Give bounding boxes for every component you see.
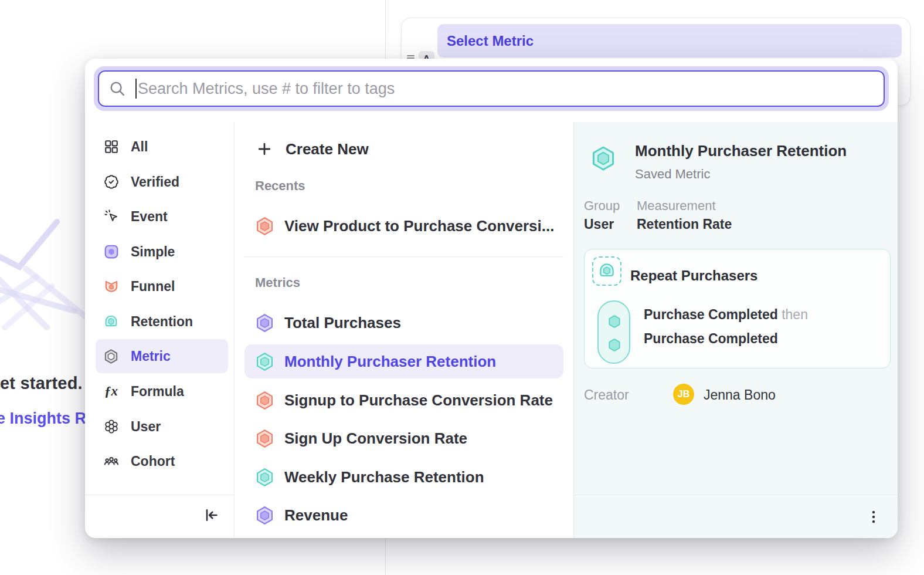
select-metric-button[interactable]: Select Metric (437, 24, 902, 58)
funnel-steps-capsule (597, 300, 630, 364)
page: et started. e Insights Re A Select Metri… (0, 0, 924, 575)
sidebar-item-label: Simple (131, 244, 175, 260)
cohort-icon (103, 454, 119, 469)
sidebar-item-funnel[interactable]: Funnel (96, 269, 228, 303)
metric-row[interactable]: Sign Up Conversion Rate (244, 421, 563, 455)
funnel-metric-icon (255, 217, 274, 236)
recents-heading: Recents (255, 178, 305, 194)
modal-body: All Verified (85, 122, 898, 538)
background-heading: et started. (0, 374, 83, 393)
metric-row-label: Weekly Purchase Retention (284, 468, 484, 486)
metric-icon (255, 429, 274, 448)
metric-row[interactable]: Revenue (244, 498, 563, 532)
collapse-sidebar-button[interactable] (198, 503, 224, 527)
saved-metric-icon (590, 146, 616, 171)
sidebar-item-cohort[interactable]: Cohort (96, 444, 228, 478)
metric-row[interactable]: Weekly Purchase Retention (244, 460, 563, 494)
cursor-click-icon (103, 209, 119, 225)
grid-icon (103, 139, 119, 155)
step-hexagon-icon (607, 337, 622, 353)
create-new-button[interactable]: Create New (244, 133, 563, 165)
metric-row-label: Monthly Purchaser Retention (284, 353, 496, 371)
metrics-heading: Metrics (255, 275, 300, 290)
text-caret (135, 79, 137, 99)
list-divider (244, 256, 563, 257)
step-hexagon-icon (607, 314, 622, 329)
recent-item-label: View Product to Purchase Conversi... (284, 217, 554, 235)
sidebar-item-label: Retention (131, 314, 193, 330)
collapse-left-icon (203, 507, 219, 523)
search-placeholder: Search Metrics, use # to filter to tags (138, 80, 395, 98)
sidebar-item-verified[interactable]: Verified (96, 165, 228, 199)
formula-icon: ƒx (103, 384, 119, 400)
measurement-label: Measurement (637, 198, 716, 214)
metric-icon (255, 468, 274, 487)
measurement-value: Retention Rate (637, 217, 732, 232)
sidebar-item-event[interactable]: Event (96, 199, 228, 234)
definition-step-2: Purchase Completed (644, 331, 778, 347)
detail-bottom-divider (574, 495, 898, 495)
plus-icon (256, 141, 273, 157)
verified-badge-icon (103, 174, 119, 190)
sidebar-item-user[interactable]: User (96, 410, 228, 444)
sidebar-item-label: Funnel (131, 279, 175, 295)
creator-avatar: JB (673, 384, 694, 405)
metric-picker-modal: Search Metrics, use # to filter to tags … (85, 59, 898, 538)
metric-icon (255, 391, 274, 410)
sidebar-item-label: All (131, 139, 148, 155)
kebab-menu-icon (867, 509, 881, 525)
metric-icon (255, 506, 274, 525)
metric-list: Create New Recents View Product to Purch… (235, 122, 573, 538)
step-connector: then (782, 307, 808, 322)
select-metric-label: Select Metric (447, 33, 534, 49)
metric-icon (255, 313, 274, 333)
filter-sidebar: All Verified (85, 122, 235, 538)
funnel-icon (103, 279, 119, 295)
metric-row-label: Revenue (284, 506, 348, 525)
definition-card: Repeat Purchasers Purchase Completed the… (584, 249, 891, 368)
sidebar-item-label: Event (131, 209, 168, 225)
detail-subtitle: Saved Metric (635, 167, 710, 182)
repeat-purchasers-icon (592, 256, 621, 286)
sidebar-item-label: Formula (131, 384, 184, 400)
sidebar-item-retention[interactable]: Retention (96, 305, 228, 339)
group-value: User (584, 217, 614, 232)
sidebar-bottom-divider (85, 495, 234, 495)
user-cluster-icon (103, 419, 119, 435)
retention-icon (103, 314, 119, 330)
metric-row[interactable]: Total Purchases (244, 306, 563, 340)
group-label: Group (584, 198, 620, 214)
creator-label: Creator (584, 387, 629, 403)
metric-hexagon-icon (103, 349, 119, 364)
search-focus-ring: Search Metrics, use # to filter to tags (94, 66, 889, 111)
search-input[interactable]: Search Metrics, use # to filter to tags (98, 70, 885, 107)
simple-metric-icon (103, 244, 119, 260)
sidebar-item-label: Verified (131, 174, 179, 190)
detail-title: Monthly Purchaser Retention (635, 142, 847, 160)
metric-row-label: Sign Up Conversion Rate (284, 429, 467, 448)
metric-row-label: Signup to Purchase Conversion Rate (284, 391, 553, 410)
definition-step-1: Purchase Completed then (644, 307, 808, 323)
create-new-label: Create New (286, 140, 369, 158)
sidebar-item-metric[interactable]: Metric (96, 339, 228, 373)
sidebar-item-label: Cohort (131, 454, 175, 469)
more-options-button[interactable] (864, 507, 883, 527)
recent-item[interactable]: View Product to Purchase Conversi... (244, 209, 563, 243)
sidebar-item-label: User (131, 419, 161, 435)
sidebar-item-label: Metric (131, 349, 171, 364)
metric-detail-panel: Monthly Purchaser Retention Saved Metric… (573, 122, 898, 538)
step-1-event: Purchase Completed (644, 307, 778, 322)
sidebar-item-all[interactable]: All (96, 130, 228, 164)
search-icon (108, 80, 126, 97)
metric-row-selected[interactable]: Monthly Purchaser Retention (244, 344, 563, 378)
metric-row[interactable]: Signup to Purchase Conversion Rate (244, 383, 563, 417)
definition-name: Repeat Purchasers (630, 268, 757, 284)
metric-row-label: Total Purchases (284, 314, 401, 332)
background-insights-link[interactable]: e Insights Re (0, 410, 95, 428)
metric-icon (255, 352, 274, 371)
creator-name: Jenna Bono (704, 387, 776, 403)
sidebar-item-formula[interactable]: ƒx Formula (96, 374, 228, 408)
sidebar-item-simple[interactable]: Simple (96, 235, 228, 269)
